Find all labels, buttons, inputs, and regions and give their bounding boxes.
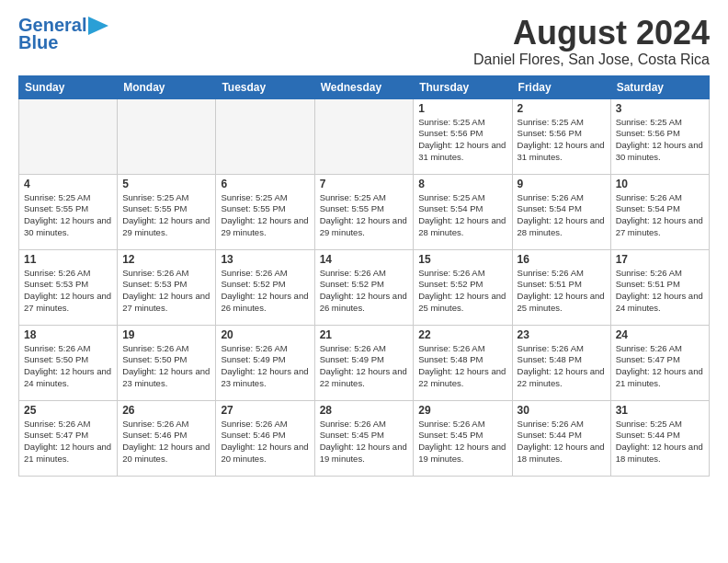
day-info: Sunrise: 5:26 AM Sunset: 5:53 PM Dayligh… (122, 268, 210, 315)
week-row-2: 4Sunrise: 5:25 AM Sunset: 5:55 PM Daylig… (19, 174, 710, 249)
day-cell-3-4: 22Sunrise: 5:26 AM Sunset: 5:48 PM Dayli… (414, 325, 512, 400)
day-cell-3-5: 23Sunrise: 5:26 AM Sunset: 5:48 PM Dayli… (512, 325, 610, 400)
day-info: Sunrise: 5:26 AM Sunset: 5:52 PM Dayligh… (221, 268, 309, 315)
day-number: 2 (518, 102, 606, 115)
day-info: Sunrise: 5:26 AM Sunset: 5:46 PM Dayligh… (221, 419, 309, 465)
day-number: 22 (418, 328, 506, 341)
day-number: 17 (616, 253, 704, 266)
calendar-subtitle: Daniel Flores, San Jose, Costa Rica (473, 52, 710, 68)
day-info: Sunrise: 5:26 AM Sunset: 5:51 PM Dayligh… (518, 268, 606, 315)
day-number: 11 (24, 253, 112, 266)
day-number: 23 (518, 328, 606, 341)
day-cell-1-5: 9Sunrise: 5:26 AM Sunset: 5:54 PM Daylig… (512, 174, 610, 249)
day-number: 15 (418, 253, 506, 266)
day-info: Sunrise: 5:25 AM Sunset: 5:54 PM Dayligh… (418, 192, 506, 239)
day-number: 24 (616, 328, 704, 341)
col-thursday: Thursday (414, 75, 512, 98)
day-number: 26 (122, 404, 210, 417)
day-info: Sunrise: 5:26 AM Sunset: 5:45 PM Dayligh… (320, 419, 409, 465)
day-info: Sunrise: 5:26 AM Sunset: 5:52 PM Dayligh… (320, 268, 409, 315)
day-cell-1-3: 7Sunrise: 5:25 AM Sunset: 5:55 PM Daylig… (314, 174, 414, 249)
logo-arrow-icon (88, 17, 108, 35)
day-cell-1-6: 10Sunrise: 5:26 AM Sunset: 5:54 PM Dayli… (610, 174, 709, 249)
day-cell-4-3: 28Sunrise: 5:26 AM Sunset: 5:45 PM Dayli… (314, 400, 414, 476)
day-cell-3-2: 20Sunrise: 5:26 AM Sunset: 5:49 PM Dayli… (216, 325, 314, 400)
day-number: 29 (418, 404, 506, 417)
day-cell-2-3: 14Sunrise: 5:26 AM Sunset: 5:52 PM Dayli… (314, 249, 414, 325)
day-number: 8 (418, 178, 506, 190)
day-cell-1-1: 5Sunrise: 5:25 AM Sunset: 5:55 PM Daylig… (118, 174, 216, 249)
day-number: 19 (122, 328, 210, 341)
day-info: Sunrise: 5:26 AM Sunset: 5:48 PM Dayligh… (418, 343, 506, 390)
day-number: 14 (320, 253, 409, 266)
day-info: Sunrise: 5:25 AM Sunset: 5:55 PM Dayligh… (122, 192, 210, 239)
day-cell-0-0 (19, 98, 118, 174)
day-cell-0-4: 1Sunrise: 5:25 AM Sunset: 5:56 PM Daylig… (414, 98, 512, 174)
day-number: 20 (221, 328, 309, 341)
day-info: Sunrise: 5:26 AM Sunset: 5:47 PM Dayligh… (24, 419, 112, 465)
day-cell-4-5: 30Sunrise: 5:26 AM Sunset: 5:44 PM Dayli… (512, 400, 610, 476)
day-info: Sunrise: 5:25 AM Sunset: 5:56 PM Dayligh… (616, 117, 704, 164)
col-saturday: Saturday (610, 75, 709, 98)
day-cell-2-0: 11Sunrise: 5:26 AM Sunset: 5:53 PM Dayli… (19, 249, 118, 325)
header: General Blue August 2024 Daniel Flores, … (18, 15, 710, 68)
day-info: Sunrise: 5:25 AM Sunset: 5:55 PM Dayligh… (24, 192, 112, 239)
day-number: 18 (24, 328, 112, 341)
day-info: Sunrise: 5:25 AM Sunset: 5:55 PM Dayligh… (320, 192, 409, 239)
day-number: 1 (418, 102, 506, 115)
day-number: 3 (616, 102, 704, 115)
day-number: 25 (24, 404, 112, 417)
day-info: Sunrise: 5:26 AM Sunset: 5:49 PM Dayligh… (320, 343, 409, 390)
col-tuesday: Tuesday (216, 75, 314, 98)
day-number: 27 (221, 404, 309, 417)
day-info: Sunrise: 5:26 AM Sunset: 5:44 PM Dayligh… (518, 419, 606, 465)
day-info: Sunrise: 5:26 AM Sunset: 5:48 PM Dayligh… (518, 343, 606, 390)
day-cell-3-3: 21Sunrise: 5:26 AM Sunset: 5:49 PM Dayli… (314, 325, 414, 400)
day-info: Sunrise: 5:25 AM Sunset: 5:55 PM Dayligh… (221, 192, 309, 239)
day-number: 10 (616, 178, 704, 190)
day-info: Sunrise: 5:26 AM Sunset: 5:49 PM Dayligh… (221, 343, 309, 390)
day-cell-0-3 (314, 98, 414, 174)
day-info: Sunrise: 5:26 AM Sunset: 5:50 PM Dayligh… (24, 343, 112, 390)
logo: General Blue (18, 15, 108, 53)
day-cell-3-0: 18Sunrise: 5:26 AM Sunset: 5:50 PM Dayli… (19, 325, 118, 400)
svg-marker-0 (88, 17, 108, 35)
day-cell-2-1: 12Sunrise: 5:26 AM Sunset: 5:53 PM Dayli… (118, 249, 216, 325)
day-cell-1-2: 6Sunrise: 5:25 AM Sunset: 5:55 PM Daylig… (216, 174, 314, 249)
day-cell-2-2: 13Sunrise: 5:26 AM Sunset: 5:52 PM Dayli… (216, 249, 314, 325)
week-row-1: 1Sunrise: 5:25 AM Sunset: 5:56 PM Daylig… (19, 98, 710, 174)
day-cell-1-0: 4Sunrise: 5:25 AM Sunset: 5:55 PM Daylig… (19, 174, 118, 249)
day-info: Sunrise: 5:26 AM Sunset: 5:47 PM Dayligh… (616, 343, 704, 390)
day-number: 7 (320, 178, 409, 190)
title-block: August 2024 Daniel Flores, San Jose, Cos… (473, 15, 710, 68)
day-info: Sunrise: 5:25 AM Sunset: 5:56 PM Dayligh… (518, 117, 606, 164)
day-info: Sunrise: 5:25 AM Sunset: 5:44 PM Dayligh… (616, 419, 704, 465)
day-info: Sunrise: 5:26 AM Sunset: 5:53 PM Dayligh… (24, 268, 112, 315)
day-cell-4-0: 25Sunrise: 5:26 AM Sunset: 5:47 PM Dayli… (19, 400, 118, 476)
col-friday: Friday (512, 75, 610, 98)
day-cell-1-4: 8Sunrise: 5:25 AM Sunset: 5:54 PM Daylig… (414, 174, 512, 249)
day-number: 9 (518, 178, 606, 190)
week-row-5: 25Sunrise: 5:26 AM Sunset: 5:47 PM Dayli… (19, 400, 710, 476)
day-cell-2-6: 17Sunrise: 5:26 AM Sunset: 5:51 PM Dayli… (610, 249, 709, 325)
calendar-table: Sunday Monday Tuesday Wednesday Thursday… (18, 75, 710, 477)
day-number: 5 (122, 178, 210, 190)
day-cell-0-1 (118, 98, 216, 174)
week-row-3: 11Sunrise: 5:26 AM Sunset: 5:53 PM Dayli… (19, 249, 710, 325)
calendar-title: August 2024 (473, 15, 710, 52)
day-cell-4-6: 31Sunrise: 5:25 AM Sunset: 5:44 PM Dayli… (610, 400, 709, 476)
day-cell-0-6: 3Sunrise: 5:25 AM Sunset: 5:56 PM Daylig… (610, 98, 709, 174)
day-number: 21 (320, 328, 409, 341)
day-number: 31 (616, 404, 704, 417)
day-number: 6 (221, 178, 309, 190)
day-info: Sunrise: 5:26 AM Sunset: 5:50 PM Dayligh… (122, 343, 210, 390)
day-cell-3-1: 19Sunrise: 5:26 AM Sunset: 5:50 PM Dayli… (118, 325, 216, 400)
day-cell-3-6: 24Sunrise: 5:26 AM Sunset: 5:47 PM Dayli… (610, 325, 709, 400)
day-number: 28 (320, 404, 409, 417)
day-info: Sunrise: 5:26 AM Sunset: 5:51 PM Dayligh… (616, 268, 704, 315)
day-cell-0-2 (216, 98, 314, 174)
day-cell-0-5: 2Sunrise: 5:25 AM Sunset: 5:56 PM Daylig… (512, 98, 610, 174)
day-cell-4-4: 29Sunrise: 5:26 AM Sunset: 5:45 PM Dayli… (414, 400, 512, 476)
day-cell-2-4: 15Sunrise: 5:26 AM Sunset: 5:52 PM Dayli… (414, 249, 512, 325)
day-info: Sunrise: 5:26 AM Sunset: 5:45 PM Dayligh… (418, 419, 506, 465)
